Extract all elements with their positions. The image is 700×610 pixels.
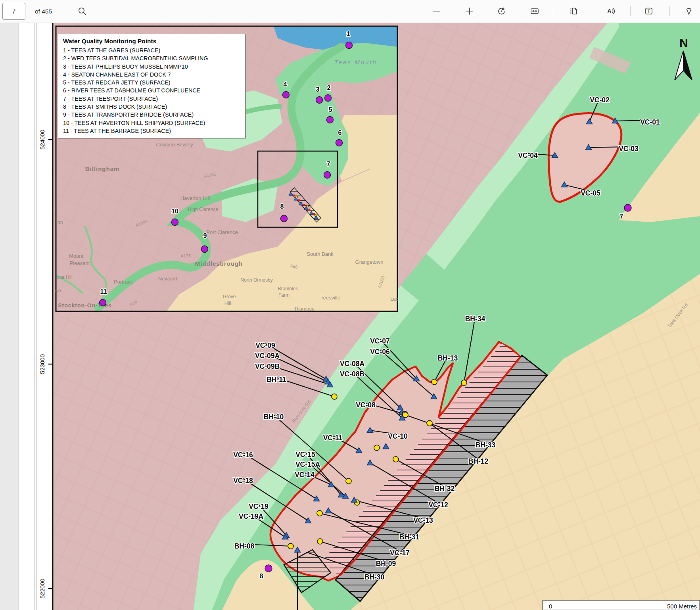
map-callout-label: VC-18 [233, 477, 253, 485]
monitoring-point [624, 204, 631, 211]
map-callout-label: VC-10 [388, 432, 408, 440]
map-callout-label: VC-08A [340, 360, 365, 368]
inset-place-label: Mount [69, 253, 84, 259]
monitoring-point [336, 140, 343, 146]
page-view-icon[interactable] [567, 5, 580, 17]
svg-text:0: 0 [549, 603, 552, 610]
map-callout-label: VC-15A [295, 460, 320, 468]
monitoring-point-label: 11 [100, 288, 107, 295]
map-callout-label: VC-04 [518, 152, 538, 159]
inset-place-label: North Ormesby [240, 277, 272, 283]
red-dot-marker [303, 204, 305, 206]
monitoring-point [325, 95, 332, 102]
inset-place-label: Grove [223, 294, 236, 299]
legend-item: 3 - TEES AT PHILLIPS BUOY MUSSEL NMMP10 [63, 63, 241, 71]
inset-place-label: Hill [224, 301, 231, 306]
inset-place-label: Brambles [278, 286, 298, 292]
map-callout-label: VC-09B [255, 363, 280, 370]
inset-place-label: wn [54, 288, 61, 293]
monitoring-point-label: 6 [338, 129, 342, 136]
map-callout-label: VC-05 [581, 189, 600, 197]
map-axis: 524000523000522000 [39, 130, 53, 598]
svg-text:N: N [679, 36, 688, 49]
inset-place-label: Teesville [320, 295, 340, 301]
map-callout-label: BH-12 [468, 457, 489, 465]
fit-to-width-icon[interactable] [528, 5, 541, 17]
pdf-toolbar: 7 of 455 A T [0, 0, 700, 23]
map-callout-label: VC-12 [428, 501, 448, 509]
map-callout-label: VC-14 [295, 471, 315, 479]
legend-box: Water Quality Monitoring Points 1 - TEES… [58, 34, 246, 138]
inset-place-label: Portrack [114, 279, 133, 285]
monitoring-point-label: 1 [347, 31, 350, 37]
monitoring-point-label: 5 [329, 106, 332, 113]
map-callout-label: VC-19A [239, 512, 264, 520]
legend-title: Water Quality Monitoring Points [63, 38, 241, 45]
monitoring-point [327, 117, 334, 123]
red-dot-marker [308, 209, 310, 211]
svg-text:T: T [647, 9, 650, 13]
page-number-input[interactable]: 7 [2, 3, 25, 20]
inset-place-label: High Clarence [188, 207, 218, 212]
legend-item: 9 - TEES AT TRANSPORTER BRIDGE (SURFACE) [63, 111, 241, 119]
monitoring-point-label: 2 [327, 84, 331, 91]
axis-label: 523000 [39, 354, 46, 374]
legend-item: 2 - WFD TEES SUBTIDAL MACROBENTHIC SAMPL… [63, 54, 241, 62]
inset-place-label: ose Hill [57, 274, 72, 280]
svg-text:500 Metres: 500 Metres [667, 603, 697, 610]
map-callout-label: VC-07 [370, 337, 390, 345]
inset-place-label: Middlesbrough [195, 260, 243, 267]
inset-place-label: Newport [158, 276, 178, 282]
bh-marker [461, 380, 467, 386]
bh-marker [317, 539, 323, 544]
add-text-icon[interactable]: T [642, 5, 655, 17]
monitoring-point-label: 4 [284, 81, 287, 88]
bh-marker [432, 379, 437, 385]
monitoring-point-label: 7 [619, 213, 623, 220]
map-callout-label: BH-30 [364, 573, 385, 581]
map-callout-label: VC-19 [249, 503, 268, 510]
zoom-in-icon[interactable] [463, 5, 476, 17]
inset-place-label: Farm [278, 292, 290, 298]
legend-item: 5 - TEES AT REDCAR JETTY (SURFACE) [63, 79, 241, 86]
monitoring-point-label: 3 [316, 86, 320, 93]
monitoring-point [346, 42, 353, 49]
map-callout-label: VC-17 [390, 549, 410, 557]
zoom-out-icon[interactable] [430, 5, 443, 17]
map-callout-label: VC-15 [295, 451, 315, 458]
legend-item: 11 - TEES AT THE BARRAGE (SURFACE) [63, 127, 241, 135]
map-callout-label: BH-09 [376, 560, 396, 568]
rotate-icon[interactable] [495, 5, 508, 17]
map-callout-label: BH-34 [465, 315, 485, 323]
draw-pen-icon[interactable] [683, 5, 695, 17]
inset-place-label: South Bank [307, 251, 334, 257]
bh-marker [317, 510, 322, 516]
read-aloud-icon[interactable]: A [604, 5, 617, 17]
monitoring-point [265, 565, 272, 572]
monitoring-point-label: 8 [280, 203, 284, 210]
monitoring-point [201, 246, 208, 253]
map-callout-label: VC-06 [370, 348, 390, 356]
inset-place-label: Thorntree [294, 306, 315, 312]
map-callout-label: VC-16 [233, 451, 253, 459]
page-count-label: of 455 [35, 0, 52, 23]
map-callout-label: VC-09 [255, 341, 275, 349]
monitoring-point [281, 215, 288, 222]
monitoring-point [100, 299, 106, 306]
map-callout-label: BH-33 [476, 441, 496, 449]
map-callout-label: VC-08 [356, 401, 376, 409]
inset-place-label: Haverton Hill [180, 195, 210, 201]
inset-place-label: A178 [180, 253, 191, 258]
monitoring-point [324, 172, 331, 178]
inset-place-label: Cowpen Bewley [156, 142, 193, 148]
map-callout-label: VC-13 [413, 516, 433, 524]
bh-marker [346, 478, 351, 484]
monitoring-point-label: 9 [203, 232, 207, 239]
search-icon[interactable] [76, 5, 88, 17]
axis-label: 524000 [39, 130, 46, 150]
bh-marker [403, 412, 408, 418]
inset-place-label: Billingham [85, 165, 120, 172]
monitoring-point-label: 10 [171, 208, 178, 215]
bh-marker [288, 543, 293, 549]
map-callout-label: BH-13 [438, 354, 458, 362]
